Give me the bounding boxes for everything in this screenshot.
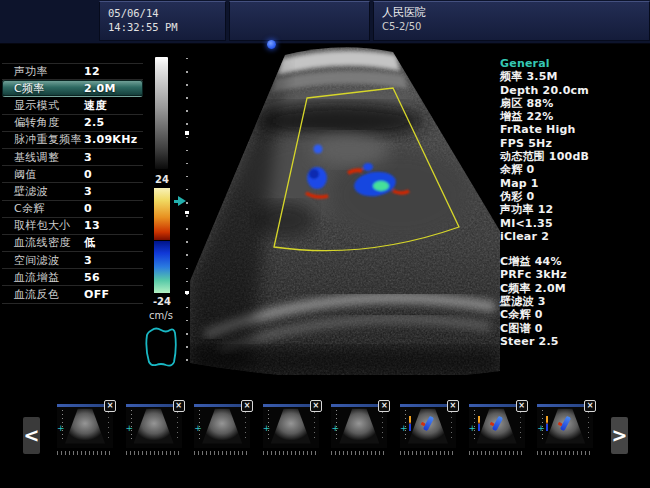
mini-sector (202, 408, 242, 445)
param-row-baseline[interactable]: 基线调整 3 (2, 149, 143, 166)
param-row-c-frequency-selected[interactable]: C频率 2.0M (2, 80, 143, 97)
info-line: PRFc 3kHz (500, 268, 650, 281)
info-line: C频率 2.0M (500, 282, 650, 295)
close-icon[interactable] (310, 400, 322, 412)
param-value: 低 (84, 235, 95, 250)
mini-sector (134, 408, 174, 445)
image-info-panel: General 频率 3.5M Depth 20.0cm 扇区 88% 增益 2… (500, 57, 650, 348)
thumbnail-strip (57, 404, 593, 455)
probe-model: C5-2/50 (382, 20, 649, 33)
mini-color-bar (546, 416, 548, 431)
mini-marks (451, 412, 452, 438)
thumbnail-image[interactable] (263, 404, 319, 448)
param-label: C频率 (14, 81, 84, 96)
thumbnail-item (57, 404, 113, 455)
param-row-spatial-filter[interactable]: 空间滤波 3 (2, 252, 143, 269)
param-label: 血流线密度 (14, 235, 84, 250)
param-label: 取样包大小 (14, 218, 84, 233)
mini-color-bar (478, 416, 480, 431)
thumbnail-item-color (469, 404, 525, 455)
param-label: 阈值 (14, 167, 84, 182)
param-value: 0 (84, 168, 92, 181)
close-icon[interactable] (241, 400, 253, 412)
param-row-threshold[interactable]: 阈值 0 (2, 166, 143, 183)
close-icon[interactable] (104, 400, 116, 412)
time-text: 14:32:55 PM (108, 20, 225, 34)
thumbnail-caption (57, 451, 113, 455)
mini-sector (339, 408, 379, 445)
param-label: 显示模式 (14, 98, 84, 113)
thumbnail-image[interactable] (400, 404, 456, 448)
info-line: 壁滤波 3 (500, 295, 650, 308)
info-line: 动态范围 100dB (500, 150, 650, 163)
info-line: Depth 20.0cm (500, 84, 650, 97)
param-label: 空间滤波 (14, 253, 84, 268)
date-text: 05/06/14 (108, 6, 225, 20)
color-mode-info: C增益 44% PRFc 3kHz C频率 2.0M 壁滤波 3 C余辉 0 C… (500, 255, 650, 348)
info-line: 扇区 88% (500, 97, 650, 110)
info-line: 频率 3.5M (500, 70, 650, 83)
velocity-unit-label: cm/s (144, 310, 178, 321)
close-icon[interactable] (584, 400, 596, 412)
crosshair-icon (537, 424, 545, 432)
param-row-packet-size[interactable]: 取样包大小 13 (2, 218, 143, 235)
close-icon[interactable] (447, 400, 459, 412)
ultrasound-screen: 05/06/14 14:32:55 PM 人民医院 C5-2/50 声功率 12… (0, 0, 650, 488)
param-row-c-persistence[interactable]: C余辉 0 (2, 201, 143, 218)
preset-name: General (500, 57, 650, 70)
prev-thumbnails-button[interactable]: < (23, 417, 40, 454)
param-label: 壁滤波 (14, 184, 84, 199)
close-icon[interactable] (173, 400, 185, 412)
thumbnail-item (263, 404, 319, 455)
crosshair-icon (331, 424, 339, 432)
param-row-line-density[interactable]: 血流线密度 低 (2, 235, 143, 252)
thumbnail-image[interactable] (126, 404, 182, 448)
param-row-prf[interactable]: 脉冲重复频率 3.09KHz (2, 132, 143, 149)
mini-sector (271, 408, 311, 445)
param-value: 56 (84, 271, 100, 284)
thumbnail-image[interactable] (57, 404, 113, 448)
info-line: 余辉 0 (500, 163, 650, 176)
param-row-steer-angle[interactable]: 偏转角度 2.5 (2, 115, 143, 132)
thumbnail-image[interactable] (537, 404, 593, 448)
crosshair-icon (126, 424, 134, 432)
close-icon[interactable] (378, 400, 390, 412)
ultrasound-image[interactable] (190, 45, 500, 375)
mini-marks (382, 412, 383, 438)
crosshair-icon (469, 424, 477, 432)
param-label: 基线调整 (14, 150, 84, 165)
param-label: 血流反色 (14, 287, 84, 302)
crosshair-icon (263, 424, 271, 432)
patient-info-box (229, 1, 370, 41)
thumbnail-image[interactable] (331, 404, 387, 448)
info-line: Steer 2.5 (500, 335, 650, 348)
param-value: 3 (84, 185, 92, 198)
thumbnail-item (331, 404, 387, 455)
thumbnail-caption (537, 451, 593, 455)
thumbnail-image[interactable] (469, 404, 525, 448)
param-row-display-mode[interactable]: 显示模式 速度 (2, 97, 143, 114)
info-line: C图谱 0 (500, 322, 650, 335)
close-icon[interactable] (516, 400, 528, 412)
param-row-flow-invert[interactable]: 血流反色 OFF (2, 286, 143, 303)
mini-marks (520, 412, 521, 438)
param-row-flow-gain[interactable]: 血流增益 56 (2, 269, 143, 286)
thumbnail-item (126, 404, 182, 455)
thumbnail-caption (331, 451, 387, 455)
next-thumbnails-button[interactable]: > (611, 417, 628, 454)
b-mode-info: 频率 3.5M Depth 20.0cm 扇区 88% 增益 22% FrRat… (500, 70, 650, 243)
datetime-box: 05/06/14 14:32:55 PM (99, 1, 226, 41)
info-line: Map 1 (500, 177, 650, 190)
mini-marks (108, 412, 109, 438)
mini-sector (65, 408, 105, 445)
param-row-wall-filter[interactable]: 壁滤波 3 (2, 183, 143, 200)
param-label: 血流增益 (14, 270, 84, 285)
info-line: 伪彩 0 (500, 190, 650, 203)
info-line: iClear 2 (500, 230, 650, 243)
thumbnail-caption (263, 451, 319, 455)
param-row-acoustic-power[interactable]: 声功率 12 (2, 63, 143, 80)
thumbnail-image[interactable] (194, 404, 250, 448)
param-label: C余辉 (14, 201, 84, 216)
crosshair-icon (400, 424, 408, 432)
param-value: 3.09KHz (84, 133, 137, 146)
